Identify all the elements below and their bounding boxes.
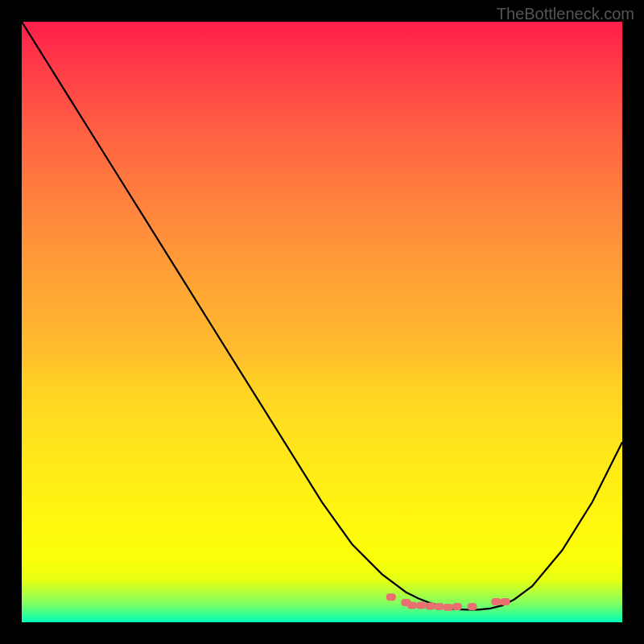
svg-rect-9: [491, 598, 501, 605]
svg-rect-10: [501, 598, 510, 605]
svg-rect-3: [416, 602, 426, 609]
svg-rect-8: [468, 603, 477, 610]
chart-plot-area: [22, 22, 622, 622]
svg-rect-0: [386, 593, 396, 601]
curve-line: [22, 22, 622, 609]
svg-rect-5: [435, 603, 444, 610]
svg-rect-6: [444, 604, 453, 611]
svg-rect-7: [452, 603, 462, 610]
watermark-text: TheBottleneck.com: [497, 5, 634, 23]
svg-rect-2: [407, 602, 417, 609]
curve-svg: [22, 22, 622, 622]
svg-rect-4: [425, 602, 435, 609]
